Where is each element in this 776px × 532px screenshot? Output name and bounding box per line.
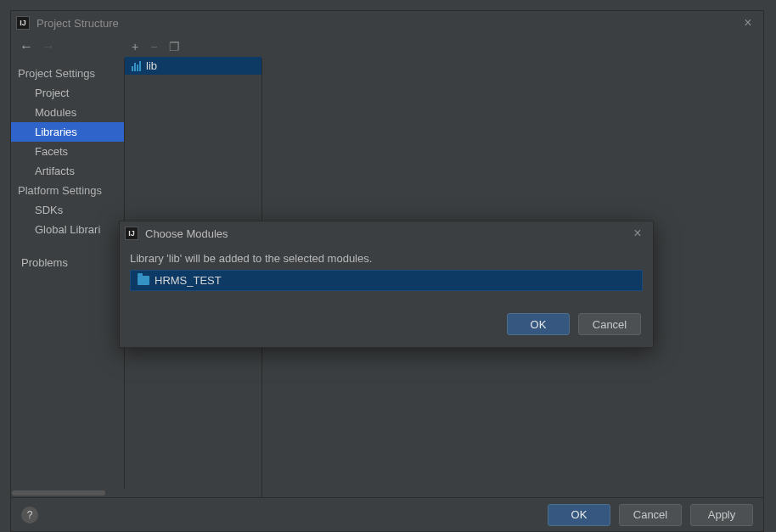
dialog-cancel-button[interactable]: Cancel: [578, 313, 641, 335]
help-button[interactable]: ?: [21, 507, 38, 524]
library-icon: [132, 61, 141, 71]
platform-settings-header: Platform Settings: [11, 181, 124, 200]
library-item-lib[interactable]: lib: [125, 57, 261, 75]
sidebar-scrollbar[interactable]: [12, 489, 125, 497]
sidebar-item-problems[interactable]: Problems: [11, 253, 124, 272]
module-item-label: HRMS_TEST: [155, 274, 222, 287]
nav-forward-icon: →: [42, 39, 55, 54]
dialog-ok-button[interactable]: OK: [507, 313, 570, 335]
sidebar-item-artifacts[interactable]: Artifacts: [11, 161, 124, 181]
project-settings-header: Project Settings: [11, 64, 124, 83]
nav-back-icon[interactable]: ←: [20, 39, 33, 54]
remove-library-icon[interactable]: −: [150, 40, 157, 53]
dialog-body: Library 'lib' will be added to the selec…: [120, 245, 653, 305]
sidebar-item-sdks[interactable]: SDKs: [11, 200, 124, 220]
close-icon[interactable]: ×: [738, 15, 758, 31]
dialog-app-icon: IJ: [125, 227, 138, 240]
dialog-close-icon[interactable]: ×: [627, 226, 648, 241]
choose-modules-dialog: IJ Choose Modules × Library 'lib' will b…: [119, 221, 654, 348]
window-title: Project Structure: [37, 17, 738, 30]
sidebar-item-libraries[interactable]: Libraries: [11, 122, 124, 142]
dialog-title: Choose Modules: [145, 227, 627, 240]
cancel-button[interactable]: Cancel: [619, 504, 682, 526]
library-list-toolbar: + − ❐: [125, 36, 261, 57]
app-icon: IJ: [16, 16, 30, 30]
copy-library-icon[interactable]: ❐: [169, 40, 180, 53]
window-titlebar: IJ Project Structure ×: [11, 11, 763, 35]
library-item-label: lib: [146, 59, 157, 72]
ok-button[interactable]: OK: [548, 504, 610, 526]
module-folder-icon: [138, 276, 149, 285]
nav-toolbar: ← →: [11, 35, 763, 59]
module-list-item[interactable]: HRMS_TEST: [130, 270, 643, 291]
add-library-icon[interactable]: +: [132, 40, 138, 53]
sidebar-item-project[interactable]: Project: [11, 83, 124, 103]
sidebar-item-facets[interactable]: Facets: [11, 142, 124, 161]
window-footer: ? OK Cancel Apply: [11, 497, 763, 531]
dialog-titlebar: IJ Choose Modules ×: [120, 221, 653, 245]
sidebar: Project Settings Project Modules Librari…: [11, 59, 125, 497]
dialog-footer: OK Cancel: [120, 305, 653, 347]
dialog-message: Library 'lib' will be added to the selec…: [130, 252, 643, 265]
sidebar-item-global-libraries[interactable]: Global Librari: [11, 220, 124, 239]
apply-button[interactable]: Apply: [690, 504, 753, 526]
sidebar-item-modules[interactable]: Modules: [11, 103, 124, 122]
